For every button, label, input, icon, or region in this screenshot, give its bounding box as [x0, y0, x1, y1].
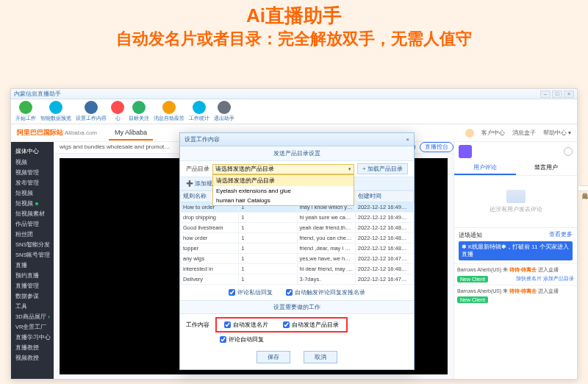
link-message-box[interactable]: 消息盒子	[512, 129, 536, 137]
link-help[interactable]: 帮助中心 ▾	[543, 129, 571, 137]
settings-dialog: 设置工作内容 × 发送产品目录设置 产品目录 请选择发送的产品目录 ▾ 请选择发…	[179, 132, 415, 370]
table-row[interactable]: Delivery13-7days.2022-12-12 16:47…	[181, 274, 414, 285]
alibaba-logo-en: Alibaba.com	[65, 129, 97, 136]
toolbar-item-2[interactable]: 设置工作内容	[76, 101, 107, 122]
tab-my-alibaba[interactable]: My Alibaba	[109, 126, 153, 141]
sidebar-item[interactable]: 视频管理	[11, 168, 54, 178]
toolbar-item-7[interactable]: 退出助手	[214, 101, 234, 122]
toolbar-item-4[interactable]: 目标关注	[129, 101, 149, 122]
sidebar-item[interactable]: 直播	[11, 260, 54, 271]
window-max-button[interactable]: □	[552, 90, 562, 98]
window-close-button[interactable]: ×	[564, 90, 574, 98]
notice-more-link[interactable]: 查看更多	[549, 231, 573, 239]
sidebar-item[interactable]: 作品管理	[11, 219, 54, 230]
sidebar-item[interactable]: VR全景工厂	[11, 322, 54, 333]
sidebar-item[interactable]: 直播学习中心	[11, 333, 54, 343]
table-row[interactable]: Good livestream1yeah dear friend,thank y…	[181, 223, 414, 233]
dialog-title: 设置工作内容	[184, 135, 220, 143]
visitor-item: Barrows Aherb(US) 来 待待·待离去 进入直播New Clien…	[454, 263, 577, 285]
notice-title: 进场通知	[459, 231, 482, 239]
select-option[interactable]: Eyelash extensions and glue	[213, 186, 354, 196]
tab-muted-users[interactable]: 禁言用户	[516, 161, 578, 175]
table-row[interactable]: drop shipping1hi yeah sure we can do, ou…	[181, 213, 414, 223]
dialog-subtitle: 发送产品目录设置	[180, 146, 414, 161]
highlighted-options: 自动发送名片 自动发送产品目录	[215, 317, 348, 333]
gear-icon[interactable]	[564, 147, 573, 156]
select-dropdown: 请选择发送的产品目录Eyelash extensions and gluehum…	[212, 174, 354, 206]
sidebar-item[interactable]: 发布管理	[11, 178, 54, 188]
panel-app-icon	[459, 145, 472, 158]
checkbox-auto-trigger[interactable]: 自动触发评论回复发推名录	[286, 288, 365, 296]
toolbar-item-5[interactable]: 消息自动应答	[154, 101, 184, 122]
checkbox-auto-send-catalog[interactable]: 自动发送产品目录	[283, 321, 339, 329]
toolbar-item-3[interactable]: 心	[111, 101, 124, 122]
checkbox-private-reply[interactable]: 评论私信回复	[229, 288, 273, 296]
product-catalog-select[interactable]: 请选择发送的产品目录 ▾ 请选择发送的产品目录Eyelash extension…	[212, 164, 354, 174]
sidebar-item[interactable]: 视频教授	[11, 353, 54, 363]
sidebar-item[interactable]: SNS智能分发	[11, 240, 54, 250]
main-toolbar: 开始工作智能数据预览设置工作内容心目标关注消息自动应答工作统计退出助手	[11, 99, 577, 124]
sidebar-item[interactable]: 预约直播	[11, 271, 54, 281]
select-option[interactable]: 请选择发送的产品目录	[213, 175, 354, 186]
window-min-button[interactable]: –	[540, 90, 551, 98]
table-row[interactable]: topper1friend ,dear, may i know you need…	[181, 243, 414, 254]
sidebar-item[interactable]: 直播教授	[11, 343, 54, 353]
toolbar-item-1[interactable]: 智能数据预览	[40, 101, 71, 122]
checkbox-auto-reply-comment[interactable]: 评论自动回复	[220, 335, 264, 344]
hero-title: Ai直播助手	[0, 4, 588, 27]
toolbar-item-6[interactable]: 工作统计	[189, 101, 209, 122]
work-content-label: 工作内容	[186, 321, 209, 329]
sidebar-item[interactable]: 短视频素材	[11, 209, 54, 219]
new-client-button[interactable]: New Client	[457, 276, 488, 282]
avatar[interactable]	[465, 129, 474, 138]
dialog-close-icon[interactable]: ×	[406, 136, 409, 143]
faq-sticky-tab[interactable]: 常见问题	[578, 185, 588, 191]
cancel-button[interactable]: 取消	[304, 351, 337, 363]
add-catalog-link[interactable]: 添加产品目录	[543, 276, 574, 281]
column-header[interactable]: 创建时间	[355, 191, 413, 202]
alibaba-logo: 阿里巴巴国际站	[17, 128, 63, 138]
checkbox-auto-send-card[interactable]: 自动发送名片	[224, 321, 268, 329]
sidebar-item[interactable]: SNS账号管理	[11, 250, 54, 260]
sidebar-item[interactable]: 粉丝团	[11, 230, 54, 240]
toolbar-item-0[interactable]: 开始工作	[15, 101, 36, 122]
sidebar-item[interactable]: 3D商品展厅	[11, 312, 54, 322]
sidebar: 媒体中心 视频视频管理发布管理短视频短视频短视频素材作品管理粉丝团SNS智能分发…	[11, 142, 54, 379]
live-studio-button[interactable]: 直播控台	[420, 142, 453, 152]
titlebar: 内蒙信息直播助手 – □ ×	[11, 89, 577, 99]
sidebar-item[interactable]: 视频	[11, 157, 54, 168]
table-row[interactable]: any wigs1yes,we have, we have human hair…	[181, 254, 414, 264]
send-card-link[interactable]: 加快推名片	[516, 276, 542, 281]
sidebar-header: 媒体中心	[11, 145, 54, 157]
table-row[interactable]: interested in1hi dear friend, may i know…	[181, 264, 414, 274]
sidebar-item[interactable]: 工具	[11, 302, 54, 312]
select-option[interactable]: human hair Catalogs	[213, 196, 354, 205]
select-value: 请选择发送的产品目录	[215, 165, 274, 173]
sidebar-item[interactable]: 短视频	[11, 188, 54, 199]
hero-subtitle: 自动发名片或者目录：完全解放双手，无需人值守	[0, 29, 588, 50]
load-catalog-button[interactable]: + 加载产品目录	[357, 163, 408, 174]
notice-banner[interactable]: ✱ K线最新特辑✱，打破前 11 个买家进入直播	[459, 241, 573, 260]
save-button[interactable]: 保存	[257, 351, 290, 363]
work-subheader: 设置需要做的工作	[180, 300, 414, 314]
empty-text: 还没有用户发表评论	[490, 206, 542, 213]
link-user-center[interactable]: 客户中心	[481, 129, 505, 137]
empty-illustration-icon	[506, 190, 526, 203]
visitor-item: Barrows Aherb(US) 来 待待·待离去 进入直播New Clien…	[454, 285, 577, 305]
tab-user-comments[interactable]: 用户评论	[454, 161, 516, 175]
new-client-button[interactable]: New Client	[457, 296, 488, 303]
sidebar-item[interactable]: 短视频	[11, 199, 54, 209]
sidebar-item[interactable]: 数据参谋	[11, 291, 54, 302]
chevron-down-icon: ▾	[348, 166, 351, 172]
right-panel: 用户评论 禁言用户 还没有用户发表评论 进场通知 查看更多 ✱ K线最新特辑✱，…	[453, 142, 577, 379]
table-row[interactable]: how order1friend, you can check the prod…	[181, 233, 414, 243]
sidebar-item[interactable]: 直播管理	[11, 281, 54, 291]
product-catalog-label: 产品目录	[186, 165, 209, 173]
window-title: 内蒙信息直播助手	[14, 90, 61, 98]
